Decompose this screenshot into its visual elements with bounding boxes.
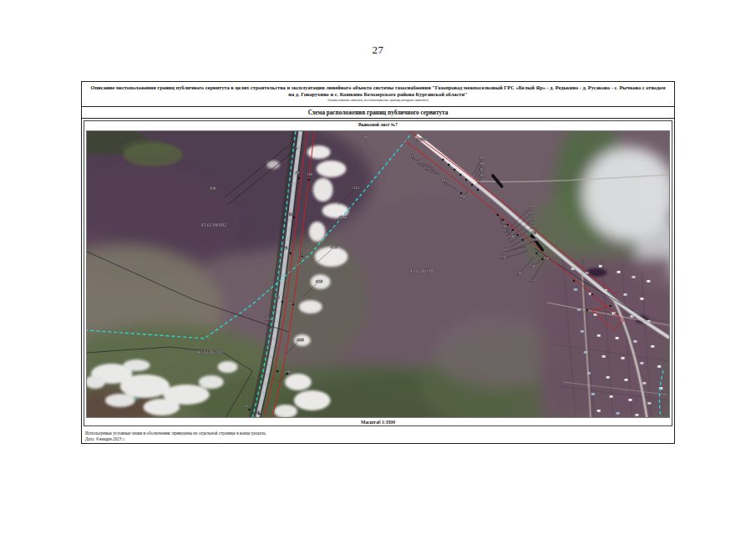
sheet-label: Выносной лист №7 <box>84 122 672 127</box>
map-label: 173 <box>529 217 534 222</box>
survey-point <box>298 177 300 179</box>
map-label: 174 <box>500 255 506 259</box>
house <box>581 330 584 333</box>
survey-point <box>248 409 250 410</box>
house <box>647 280 650 283</box>
survey-point <box>293 217 295 218</box>
map-label: 45:02:060002 <box>201 222 227 227</box>
date-value: 9 января 2023 г. <box>96 436 125 441</box>
house <box>640 298 643 300</box>
map-label: 43 <box>284 246 287 250</box>
map-label: 122 <box>417 160 422 164</box>
survey-point <box>610 305 611 307</box>
satellite-map: 29945:02:060002:965:2302:133:114:116:113… <box>86 130 670 418</box>
map-label: :208 <box>284 369 292 374</box>
survey-point <box>477 189 479 191</box>
house <box>633 340 637 343</box>
map-label: 104 <box>459 194 465 198</box>
survey-point <box>586 309 588 311</box>
survey-point <box>591 293 593 295</box>
map-label: 102 <box>479 173 485 177</box>
survey-point <box>521 239 523 241</box>
header-caption: (наименование объекта, местоположение гр… <box>82 98 674 102</box>
map-label: 169 <box>528 204 533 208</box>
map-label: 48 <box>296 171 299 175</box>
house <box>632 276 635 278</box>
map-label: 123 <box>424 166 429 170</box>
header-title: Описание местоположения границ публичног… <box>82 82 674 97</box>
house <box>599 265 602 268</box>
document-frame: Описание местоположения границ публичног… <box>81 81 675 444</box>
map-label: :113 <box>316 279 323 283</box>
survey-point <box>502 219 504 221</box>
map-label: 134 <box>529 263 535 268</box>
map-label: 109 <box>479 155 485 160</box>
date-label: Дата <box>85 436 94 441</box>
survey-point <box>459 174 461 176</box>
map-section: Выносной лист №7 <box>84 120 672 426</box>
map-label: 103 <box>479 167 485 171</box>
house <box>621 357 624 359</box>
map-label: 299 <box>210 186 216 191</box>
house <box>651 345 654 348</box>
survey-point <box>471 184 473 186</box>
map-label: 146 <box>510 234 515 238</box>
notes-block: Используемые условные знаки и обозначени… <box>82 428 674 442</box>
survey-point <box>454 169 455 171</box>
survey-point <box>277 370 278 372</box>
survey-point <box>512 229 514 231</box>
satellite-map-svg: 29945:02:060002:965:2302:133:114:116:113… <box>87 131 669 417</box>
page-number: 27 <box>0 43 756 57</box>
survey-point <box>448 164 449 166</box>
map-label: 160 <box>502 224 507 228</box>
house <box>642 382 646 385</box>
map-label: 167 <box>504 247 510 252</box>
map-label: 5:2302 <box>417 137 429 141</box>
house <box>635 414 638 416</box>
map-label: 62 <box>276 295 279 299</box>
map-label: 175 <box>530 231 535 235</box>
scale-label: Масштаб 1:3500 <box>84 420 672 425</box>
map-label: 133 <box>529 278 534 282</box>
house <box>657 365 661 368</box>
survey-point <box>308 179 310 181</box>
map-label: :116 <box>330 245 337 249</box>
house <box>623 293 627 296</box>
map-label: 168 <box>531 237 536 242</box>
map-label: 63 <box>290 301 293 305</box>
map-label: 164 <box>543 256 549 260</box>
house <box>647 402 651 405</box>
house <box>610 395 613 398</box>
house <box>624 379 627 381</box>
map-label: 108 <box>479 161 485 166</box>
map-label: :133 <box>352 186 359 190</box>
map-label: 133 <box>299 252 304 257</box>
map-label: 35 <box>256 410 259 415</box>
house <box>616 412 620 415</box>
header-block: Описание местоположения границ публичног… <box>82 82 674 107</box>
house <box>597 410 601 412</box>
map-label: 45:02:061301 <box>410 268 436 273</box>
house <box>591 393 595 395</box>
house <box>628 399 632 401</box>
map-label: 171 <box>528 211 533 215</box>
survey-point <box>535 252 537 254</box>
house <box>602 355 606 358</box>
house <box>617 271 621 273</box>
house <box>597 334 601 337</box>
map-label: :96 <box>363 135 368 140</box>
house <box>574 288 577 291</box>
legend-note: Используемые условные знаки и обозначени… <box>85 431 671 436</box>
survey-point <box>516 234 518 236</box>
map-label: :114 <box>338 215 346 219</box>
house <box>606 376 610 379</box>
map-label: 45:02:061602 <box>198 349 224 354</box>
map-label: 121 <box>410 154 415 158</box>
survey-point <box>282 301 283 303</box>
map-label: 105 <box>441 178 446 182</box>
house <box>640 362 643 364</box>
map-label: :218 <box>297 338 304 342</box>
survey-point <box>573 280 575 282</box>
date-line: Дата 9 января 2023 г. <box>85 436 671 442</box>
map-label: 36 <box>244 404 247 408</box>
